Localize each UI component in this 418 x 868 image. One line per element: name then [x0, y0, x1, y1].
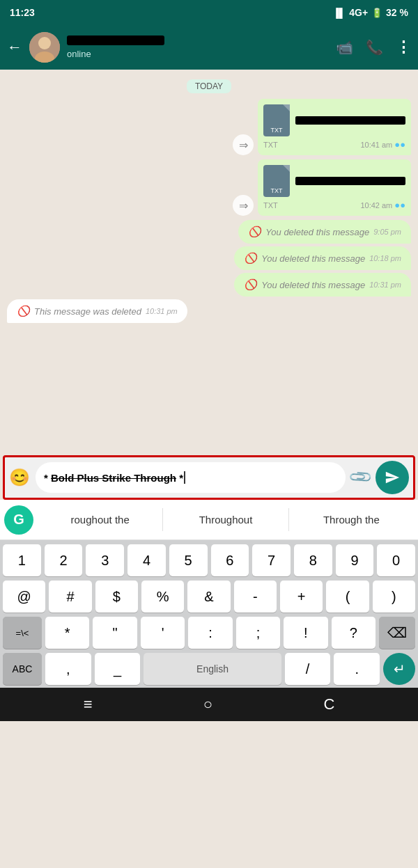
nav-bar: ≡ ○ C [0, 688, 418, 721]
delete-icon-1: 🚫 [248, 226, 261, 238]
chat-area: TODAY ⇒ TXT TXT 10:41 am ●● ⇒ [0, 70, 418, 455]
time: 11:23 [10, 7, 35, 18]
forward-btn[interactable]: ⇒ [233, 134, 254, 155]
input-text: * Bold Plus Strike Through * [44, 472, 183, 484]
space-key[interactable]: English [144, 653, 281, 685]
msg-row-del-1: 🚫 You deleted this message 9:05 pm [7, 220, 411, 244]
file-name-1 [295, 116, 405, 125]
key-9[interactable]: 9 [336, 544, 374, 576]
ticks-1: ●● [394, 139, 405, 150]
deleted-bubble-1: 🚫 You deleted this message 9:05 pm [238, 220, 411, 244]
autocomplete-item-3[interactable]: Through the [289, 508, 414, 531]
keyboard-row-2: @ # $ % & - + ( ) [3, 581, 415, 613]
enter-key[interactable]: ↵ [383, 653, 415, 685]
key-5[interactable]: 5 [169, 544, 208, 576]
key-rparen[interactable]: ) [373, 581, 415, 613]
nav-back-icon[interactable]: C [323, 695, 334, 713]
key-dollar[interactable]: $ [95, 581, 138, 613]
key-plus[interactable]: + [280, 581, 323, 613]
input-box[interactable]: * Bold Plus Strike Through * [36, 462, 346, 493]
avatar [29, 32, 60, 63]
svg-point-1 [38, 37, 51, 49]
abc-key[interactable]: ABC [3, 653, 42, 685]
signal-icon: ▐▌ [333, 8, 346, 18]
key-1[interactable]: 1 [3, 544, 41, 576]
key-hash[interactable]: # [49, 581, 91, 613]
key-star[interactable]: * [45, 617, 89, 649]
date-divider: TODAY [7, 79, 411, 92]
key-2[interactable]: 2 [45, 544, 83, 576]
key-dash[interactable]: - [234, 581, 277, 613]
comma-key[interactable]: , [45, 653, 91, 685]
battery: 🔋 [371, 8, 382, 18]
deleted-time-3: 10:31 pm [369, 281, 401, 289]
key-semi[interactable]: ; [236, 617, 280, 649]
back-button[interactable]: ← [7, 38, 22, 56]
delete-icon-3: 🚫 [244, 278, 257, 291]
avatar-icon [29, 32, 60, 63]
deleted-bubble-3: 🚫 You deleted this message 10:31 pm [234, 273, 411, 297]
deleted-time-2: 10:18 pm [369, 254, 401, 262]
deleted-text-incoming: This message was deleted [34, 306, 141, 317]
bubble-meta-2: TXT 10:42 am ●● [263, 200, 405, 210]
slash-key[interactable]: / [285, 653, 331, 685]
key-3[interactable]: 3 [86, 544, 124, 576]
nav-home-icon[interactable]: ○ [203, 695, 212, 713]
more-options-icon[interactable]: ⋮ [396, 38, 411, 56]
msg-row-del-3: 🚫 You deleted this message 10:31 pm [7, 273, 411, 297]
battery-pct: 32 % [386, 7, 408, 18]
autocomplete-item-2[interactable]: Throughout [163, 508, 288, 531]
forward-btn-2[interactable]: ⇒ [233, 195, 254, 216]
deleted-text-2: You deleted this message [261, 253, 365, 264]
deleted-time-1: 9:05 pm [373, 228, 401, 236]
signal-type: 4G+ [349, 7, 368, 18]
key-special[interactable]: =\< [3, 617, 42, 649]
key-6[interactable]: 6 [211, 544, 249, 576]
key-quest[interactable]: ? [332, 617, 376, 649]
dot-key[interactable]: . [334, 653, 380, 685]
msg-row: ⇒ TXT TXT 10:41 am ●● [7, 99, 411, 155]
key-lparen[interactable]: ( [326, 581, 369, 613]
time-2: 10:42 am [360, 201, 392, 210]
key-0[interactable]: 0 [377, 544, 415, 576]
status-bar: 11:23 ▐▌ 4G+ 🔋 32 % [0, 0, 418, 25]
deleted-text-3: You deleted this message [261, 280, 365, 290]
video-call-icon[interactable]: 📹 [336, 39, 353, 56]
underscore-key[interactable]: _ [95, 653, 141, 685]
key-colon[interactable]: : [188, 617, 232, 649]
key-4[interactable]: 4 [127, 544, 166, 576]
key-8[interactable]: 8 [294, 544, 332, 576]
deleted-time-incoming: 10:31 pm [146, 307, 178, 315]
key-apos[interactable]: ' [141, 617, 185, 649]
emoji-button[interactable]: 😊 [9, 468, 30, 487]
backspace-key[interactable]: ⌫ [379, 617, 415, 649]
status-right: ▐▌ 4G+ 🔋 32 % [333, 7, 408, 18]
phone-call-icon[interactable]: 📞 [366, 39, 383, 56]
key-pct[interactable]: % [141, 581, 184, 613]
send-icon [385, 470, 400, 485]
key-amp[interactable]: & [187, 581, 230, 613]
nav-menu-icon[interactable]: ≡ [84, 695, 93, 713]
attach-button[interactable]: 📎 [348, 464, 373, 490]
send-button[interactable] [376, 461, 409, 494]
input-area-wrapper: 😊 * Bold Plus Strike Through * 📎 [3, 455, 415, 500]
key-at[interactable]: @ [3, 581, 45, 613]
file-label-2: TXT [263, 201, 278, 210]
autocomplete-bar: G roughout the Throughout Through the [0, 500, 418, 540]
deleted-text-1: You deleted this message [265, 227, 369, 237]
keyboard-row-1: 1 2 3 4 5 6 7 8 9 0 [3, 544, 415, 576]
msg-row-del-incoming: 🚫 This message was deleted 10:31 pm [7, 299, 411, 323]
file-icon-1: TXT [263, 104, 290, 136]
autocomplete-item-1[interactable]: roughout the [38, 508, 163, 531]
key-excl[interactable]: ! [284, 617, 327, 649]
file-name-2 [295, 177, 405, 185]
chat-header: ← online 📹 📞 ⋮ [0, 25, 418, 70]
contact-status: online [67, 49, 329, 59]
file-bubble-2: TXT TXT 10:42 am ●● [258, 159, 411, 216]
time-1: 10:41 am [360, 141, 392, 149]
key-quote[interactable]: " [93, 617, 137, 649]
file-icon-2: TXT [263, 165, 290, 197]
key-7[interactable]: 7 [252, 544, 291, 576]
delete-icon-2: 🚫 [244, 252, 257, 265]
msg-row-2: ⇒ TXT TXT 10:42 am ●● [7, 159, 411, 216]
